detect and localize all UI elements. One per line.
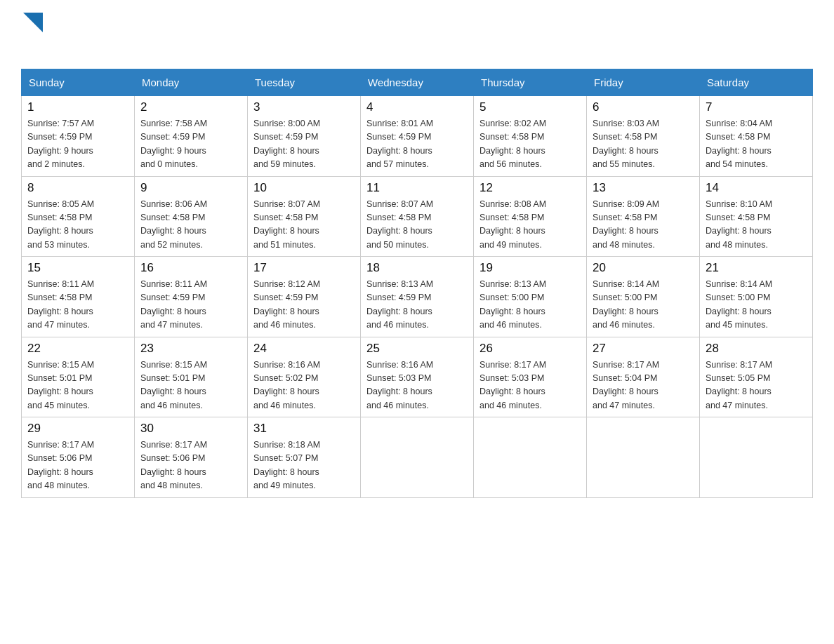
day-info: Sunrise: 8:15 AMSunset: 5:01 PMDaylight:… xyxy=(27,358,128,413)
day-info: Sunrise: 8:13 AMSunset: 5:00 PMDaylight:… xyxy=(479,278,581,333)
day-info: Sunrise: 8:16 AMSunset: 5:02 PMDaylight:… xyxy=(253,358,355,413)
day-number: 17 xyxy=(253,261,355,275)
day-cell-15: 15Sunrise: 8:11 AMSunset: 4:58 PMDayligh… xyxy=(22,257,135,337)
day-info: Sunrise: 7:57 AMSunset: 4:59 PMDaylight:… xyxy=(27,117,128,172)
day-info: Sunrise: 8:06 AMSunset: 4:58 PMDaylight:… xyxy=(140,198,241,253)
day-info: Sunrise: 8:12 AMSunset: 4:59 PMDaylight:… xyxy=(253,278,355,333)
day-info: Sunrise: 8:04 AMSunset: 4:58 PMDaylight:… xyxy=(706,117,807,172)
day-number: 28 xyxy=(706,342,807,356)
day-info: Sunrise: 8:01 AMSunset: 4:59 PMDaylight:… xyxy=(366,117,468,172)
svg-marker-0 xyxy=(23,13,43,32)
day-cell-31: 31Sunrise: 8:18 AMSunset: 5:07 PMDayligh… xyxy=(248,417,361,498)
logo-icon xyxy=(23,13,43,32)
day-number: 1 xyxy=(27,100,128,114)
day-info: Sunrise: 8:17 AMSunset: 5:06 PMDaylight:… xyxy=(27,438,128,493)
day-number: 7 xyxy=(706,100,807,114)
empty-cell xyxy=(361,417,474,498)
day-cell-25: 25Sunrise: 8:16 AMSunset: 5:03 PMDayligh… xyxy=(361,337,474,417)
day-info: Sunrise: 7:58 AMSunset: 4:59 PMDaylight:… xyxy=(140,117,241,172)
day-header-wednesday: Wednesday xyxy=(361,69,474,96)
day-cell-7: 7Sunrise: 8:04 AMSunset: 4:58 PMDaylight… xyxy=(700,96,813,177)
day-number: 24 xyxy=(253,342,355,356)
day-info: Sunrise: 8:15 AMSunset: 5:01 PMDaylight:… xyxy=(140,358,241,413)
day-cell-10: 10Sunrise: 8:07 AMSunset: 4:58 PMDayligh… xyxy=(248,176,361,257)
day-number: 25 xyxy=(366,342,468,356)
day-number: 20 xyxy=(593,261,694,275)
day-cell-27: 27Sunrise: 8:17 AMSunset: 5:04 PMDayligh… xyxy=(587,337,700,417)
day-number: 30 xyxy=(140,422,241,436)
day-info: Sunrise: 8:02 AMSunset: 4:58 PMDaylight:… xyxy=(479,117,581,172)
day-info: Sunrise: 8:14 AMSunset: 5:00 PMDaylight:… xyxy=(706,278,807,333)
day-cell-4: 4Sunrise: 8:01 AMSunset: 4:59 PMDaylight… xyxy=(361,96,474,177)
day-number: 31 xyxy=(253,422,355,436)
day-number: 9 xyxy=(140,181,241,195)
day-number: 5 xyxy=(479,100,581,114)
day-info: Sunrise: 8:17 AMSunset: 5:03 PMDaylight:… xyxy=(479,358,581,413)
day-cell-12: 12Sunrise: 8:08 AMSunset: 4:58 PMDayligh… xyxy=(474,176,587,257)
day-info: Sunrise: 8:07 AMSunset: 4:58 PMDaylight:… xyxy=(253,198,355,253)
day-info: Sunrise: 8:08 AMSunset: 4:58 PMDaylight:… xyxy=(479,198,581,253)
day-info: Sunrise: 8:17 AMSunset: 5:05 PMDaylight:… xyxy=(706,358,807,413)
day-cell-23: 23Sunrise: 8:15 AMSunset: 5:01 PMDayligh… xyxy=(135,337,248,417)
day-info: Sunrise: 8:05 AMSunset: 4:58 PMDaylight:… xyxy=(27,198,128,253)
day-number: 8 xyxy=(27,181,128,195)
day-header-sunday: Sunday xyxy=(22,69,135,96)
empty-cell xyxy=(700,417,813,498)
day-cell-24: 24Sunrise: 8:16 AMSunset: 5:02 PMDayligh… xyxy=(248,337,361,417)
day-cell-26: 26Sunrise: 8:17 AMSunset: 5:03 PMDayligh… xyxy=(474,337,587,417)
day-number: 29 xyxy=(27,422,128,436)
day-cell-14: 14Sunrise: 8:10 AMSunset: 4:58 PMDayligh… xyxy=(700,176,813,257)
day-cell-29: 29Sunrise: 8:17 AMSunset: 5:06 PMDayligh… xyxy=(22,417,135,498)
day-number: 3 xyxy=(253,100,355,114)
day-header-tuesday: Tuesday xyxy=(248,69,361,96)
week-row-4: 22Sunrise: 8:15 AMSunset: 5:01 PMDayligh… xyxy=(22,337,813,417)
day-info: Sunrise: 8:10 AMSunset: 4:58 PMDaylight:… xyxy=(706,198,807,253)
day-header-monday: Monday xyxy=(135,69,248,96)
day-info: Sunrise: 8:16 AMSunset: 5:03 PMDaylight:… xyxy=(366,358,468,413)
day-info: Sunrise: 8:18 AMSunset: 5:07 PMDaylight:… xyxy=(253,438,355,493)
week-row-5: 29Sunrise: 8:17 AMSunset: 5:06 PMDayligh… xyxy=(22,417,813,498)
day-number: 18 xyxy=(366,261,468,275)
day-number: 22 xyxy=(27,342,128,356)
day-number: 11 xyxy=(366,181,468,195)
day-number: 2 xyxy=(140,100,241,114)
empty-cell xyxy=(587,417,700,498)
day-cell-22: 22Sunrise: 8:15 AMSunset: 5:01 PMDayligh… xyxy=(22,337,135,417)
day-cell-17: 17Sunrise: 8:12 AMSunset: 4:59 PMDayligh… xyxy=(248,257,361,337)
day-number: 21 xyxy=(706,261,807,275)
day-number: 26 xyxy=(479,342,581,356)
day-header-thursday: Thursday xyxy=(474,69,587,96)
day-cell-28: 28Sunrise: 8:17 AMSunset: 5:05 PMDayligh… xyxy=(700,337,813,417)
day-cell-11: 11Sunrise: 8:07 AMSunset: 4:58 PMDayligh… xyxy=(361,176,474,257)
empty-cell xyxy=(474,417,587,498)
day-number: 6 xyxy=(593,100,694,114)
day-info: Sunrise: 8:09 AMSunset: 4:58 PMDaylight:… xyxy=(593,198,694,253)
day-info: Sunrise: 8:00 AMSunset: 4:59 PMDaylight:… xyxy=(253,117,355,172)
week-row-1: 1Sunrise: 7:57 AMSunset: 4:59 PMDaylight… xyxy=(22,96,813,177)
day-cell-18: 18Sunrise: 8:13 AMSunset: 4:59 PMDayligh… xyxy=(361,257,474,337)
day-cell-6: 6Sunrise: 8:03 AMSunset: 4:58 PMDaylight… xyxy=(587,96,700,177)
day-cell-5: 5Sunrise: 8:02 AMSunset: 4:58 PMDaylight… xyxy=(474,96,587,177)
day-number: 27 xyxy=(593,342,694,356)
day-info: Sunrise: 8:03 AMSunset: 4:58 PMDaylight:… xyxy=(593,117,694,172)
day-number: 10 xyxy=(253,181,355,195)
day-number: 4 xyxy=(366,100,468,114)
day-cell-9: 9Sunrise: 8:06 AMSunset: 4:58 PMDaylight… xyxy=(135,176,248,257)
day-header-friday: Friday xyxy=(587,69,700,96)
calendar-table: SundayMondayTuesdayWednesdayThursdayFrid… xyxy=(21,69,813,498)
day-info: Sunrise: 8:11 AMSunset: 4:59 PMDaylight:… xyxy=(140,278,241,333)
day-number: 15 xyxy=(27,261,128,275)
day-number: 16 xyxy=(140,261,241,275)
day-cell-20: 20Sunrise: 8:14 AMSunset: 5:00 PMDayligh… xyxy=(587,257,700,337)
day-cell-2: 2Sunrise: 7:58 AMSunset: 4:59 PMDaylight… xyxy=(135,96,248,177)
calendar-header-row: SundayMondayTuesdayWednesdayThursdayFrid… xyxy=(22,69,813,96)
day-info: Sunrise: 8:13 AMSunset: 4:59 PMDaylight:… xyxy=(366,278,468,333)
day-cell-19: 19Sunrise: 8:13 AMSunset: 5:00 PMDayligh… xyxy=(474,257,587,337)
day-info: Sunrise: 8:07 AMSunset: 4:58 PMDaylight:… xyxy=(366,198,468,253)
week-row-3: 15Sunrise: 8:11 AMSunset: 4:58 PMDayligh… xyxy=(22,257,813,337)
day-info: Sunrise: 8:17 AMSunset: 5:04 PMDaylight:… xyxy=(593,358,694,413)
day-info: Sunrise: 8:17 AMSunset: 5:06 PMDaylight:… xyxy=(140,438,241,493)
day-cell-21: 21Sunrise: 8:14 AMSunset: 5:00 PMDayligh… xyxy=(700,257,813,337)
day-cell-16: 16Sunrise: 8:11 AMSunset: 4:59 PMDayligh… xyxy=(135,257,248,337)
day-cell-8: 8Sunrise: 8:05 AMSunset: 4:58 PMDaylight… xyxy=(22,176,135,257)
